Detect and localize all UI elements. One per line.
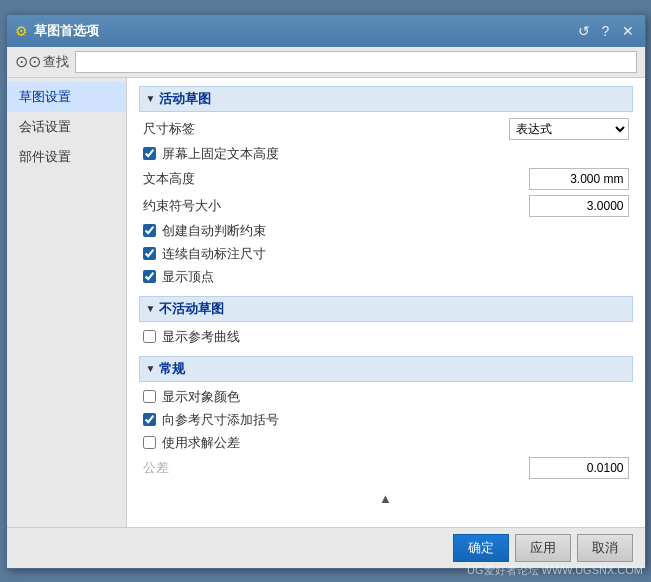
- binoculars-icon: ⊙⊙: [15, 52, 41, 71]
- auto-create-constraints-row: 创建自动判断约束: [139, 222, 633, 240]
- search-bar: ⊙⊙ 查找: [7, 47, 645, 78]
- show-vertices-label: 显示顶点: [162, 268, 214, 286]
- help-button[interactable]: ?: [597, 22, 615, 40]
- sidebar: 草图设置 会话设置 部件设置: [7, 78, 127, 527]
- continuous-auto-dimension-label: 连续自动标注尺寸: [162, 245, 266, 263]
- dialog-body: 草图设置 会话设置 部件设置 ▼ 活动草图 尺寸标签 表达式: [7, 78, 645, 527]
- screen-fixed-height-checkbox[interactable]: [143, 147, 156, 160]
- text-height-input[interactable]: [529, 168, 629, 190]
- show-object-color-checkbox[interactable]: [143, 390, 156, 403]
- continuous-auto-dimension-row: 连续自动标注尺寸: [139, 245, 633, 263]
- use-solve-tolerance-checkbox[interactable]: [143, 436, 156, 449]
- show-vertices-row: 显示顶点: [139, 268, 633, 286]
- active-sketch-title: 活动草图: [159, 90, 211, 108]
- text-height-label: 文本高度: [143, 170, 529, 188]
- general-title: 常规: [159, 360, 185, 378]
- general-header[interactable]: ▼ 常规: [139, 356, 633, 382]
- search-icon-area: ⊙⊙ 查找: [15, 52, 69, 71]
- show-object-color-label: 显示对象颜色: [162, 388, 240, 406]
- inactive-sketch-header[interactable]: ▼ 不活动草图: [139, 296, 633, 322]
- show-object-color-row: 显示对象颜色: [139, 388, 633, 406]
- show-vertices-checkbox[interactable]: [143, 270, 156, 283]
- apply-button[interactable]: 应用: [515, 534, 571, 562]
- ok-button[interactable]: 确定: [453, 534, 509, 562]
- inactive-sketch-section: ▼ 不活动草图 显示参考曲线: [139, 296, 633, 346]
- dimension-label-select[interactable]: 表达式: [509, 118, 629, 140]
- continuous-auto-dimension-checkbox[interactable]: [143, 247, 156, 260]
- active-sketch-header[interactable]: ▼ 活动草图: [139, 86, 633, 112]
- main-content: ▼ 活动草图 尺寸标签 表达式 屏幕上固定文本高度 文本高度: [127, 78, 645, 527]
- collapse-triangle-inactive: ▼: [146, 303, 156, 314]
- screen-fixed-height-row: 屏幕上固定文本高度: [139, 145, 633, 163]
- auto-create-constraints-checkbox[interactable]: [143, 224, 156, 237]
- search-label: 查找: [43, 53, 69, 71]
- tolerance-label: 公差: [143, 459, 183, 477]
- dimension-label-row: 尺寸标签 表达式: [139, 118, 633, 140]
- footer: 确定 应用 取消: [7, 527, 645, 568]
- show-ref-curves-label: 显示参考曲线: [162, 328, 240, 346]
- inactive-sketch-title: 不活动草图: [159, 300, 224, 318]
- active-sketch-section: ▼ 活动草图 尺寸标签 表达式 屏幕上固定文本高度 文本高度: [139, 86, 633, 286]
- collapse-triangle-general: ▼: [146, 363, 156, 374]
- add-parentheses-checkbox[interactable]: [143, 413, 156, 426]
- show-ref-curves-row: 显示参考曲线: [139, 328, 633, 346]
- show-ref-curves-checkbox[interactable]: [143, 330, 156, 343]
- dialog: ⚙ 草图首选项 ↺ ? ✕ ⊙⊙ 查找 草图设置 会话设置 部件设置 ▼: [6, 14, 646, 569]
- refresh-button[interactable]: ↺: [575, 22, 593, 40]
- constraint-size-row: 约束符号大小: [139, 195, 633, 217]
- constraint-size-input[interactable]: [529, 195, 629, 217]
- constraint-size-label: 约束符号大小: [143, 197, 529, 215]
- sidebar-item-sketch-settings[interactable]: 草图设置: [7, 82, 126, 112]
- cancel-button[interactable]: 取消: [577, 534, 633, 562]
- use-solve-tolerance-label: 使用求解公差: [162, 434, 240, 452]
- auto-create-constraints-label: 创建自动判断约束: [162, 222, 266, 240]
- sidebar-item-part-settings[interactable]: 部件设置: [7, 142, 126, 172]
- title-bar: ⚙ 草图首选项 ↺ ? ✕: [7, 15, 645, 47]
- tolerance-input[interactable]: [529, 457, 629, 479]
- general-section: ▼ 常规 显示对象颜色 向参考尺寸添加括号 使用求解公差: [139, 356, 633, 479]
- scroll-arrow: ▲: [139, 489, 633, 508]
- dimension-label-text: 尺寸标签: [143, 120, 509, 138]
- collapse-triangle-active: ▼: [146, 93, 156, 104]
- screen-fixed-height-label: 屏幕上固定文本高度: [162, 145, 279, 163]
- text-height-row: 文本高度: [139, 168, 633, 190]
- search-input[interactable]: [75, 51, 637, 73]
- add-parentheses-label: 向参考尺寸添加括号: [162, 411, 279, 429]
- add-parentheses-row: 向参考尺寸添加括号: [139, 411, 633, 429]
- close-button[interactable]: ✕: [619, 22, 637, 40]
- dialog-title: 草图首选项: [34, 22, 569, 40]
- use-solve-tolerance-row: 使用求解公差: [139, 434, 633, 452]
- tolerance-row: 公差: [139, 457, 633, 479]
- title-buttons: ↺ ? ✕: [575, 22, 637, 40]
- watermark-text: UG爱好者论坛 WWW.UGSNX.COM: [467, 563, 643, 578]
- gear-icon: ⚙: [15, 23, 28, 39]
- sidebar-item-session-settings[interactable]: 会话设置: [7, 112, 126, 142]
